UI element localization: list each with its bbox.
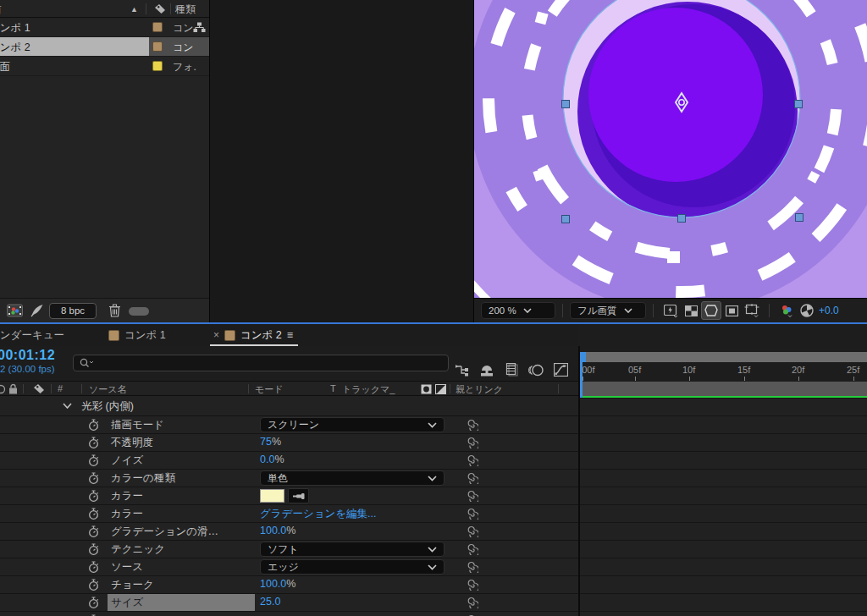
property-label[interactable]: 描画モード <box>111 418 164 432</box>
property-row[interactable]: 描画モードスクリーン <box>0 416 578 434</box>
draft-3d-icon[interactable] <box>478 361 496 378</box>
property-value[interactable]: 100.0% <box>260 525 295 536</box>
frame-blending-icon[interactable] <box>502 361 521 378</box>
label-column-icon[interactable] <box>154 3 167 14</box>
property-dropdown[interactable]: エッジ <box>260 559 445 575</box>
color-depth-button[interactable]: 8 bpc <box>49 303 97 319</box>
show-channel-icon[interactable] <box>776 301 797 320</box>
fast-preview-icon[interactable] <box>660 301 681 320</box>
property-label[interactable]: 不透明度 <box>111 436 153 450</box>
property-row[interactable]: ノイズ0.0% <box>0 452 578 470</box>
magnification-dropdown[interactable]: 200 % <box>481 302 555 319</box>
edit-gradient-link[interactable]: グラデーションを編集... <box>260 507 376 521</box>
property-label[interactable]: ソース <box>111 560 143 575</box>
disclosure-triangle-icon[interactable] <box>63 403 72 409</box>
property-label[interactable]: サイズ <box>111 596 143 610</box>
track-rows-background[interactable] <box>580 399 867 616</box>
property-value[interactable]: 25.0 <box>260 596 280 608</box>
trash-icon[interactable] <box>108 303 121 317</box>
exposure-value[interactable]: +0.0 <box>819 305 839 316</box>
column-track-matte[interactable]: トラックマ_ <box>342 383 395 396</box>
stopwatch-icon[interactable] <box>88 508 99 520</box>
property-row[interactable]: カラーグラデーションを編集... <box>0 505 578 523</box>
quill-icon[interactable] <box>30 304 44 317</box>
effect-group-label[interactable]: 光彩 (内側) <box>81 399 134 414</box>
property-label[interactable]: カラー <box>111 489 143 503</box>
mask-visibility-icon[interactable] <box>701 301 721 320</box>
work-area-bar[interactable] <box>580 352 867 362</box>
panel-menu-icon[interactable]: ≡ <box>287 329 293 341</box>
composition-mini-flowchart-icon[interactable] <box>453 361 472 378</box>
name-column-header[interactable]: 名前 <box>0 3 34 16</box>
stopwatch-icon[interactable] <box>88 419 99 432</box>
column-t[interactable]: T <box>330 383 336 393</box>
stopwatch-icon[interactable] <box>88 543 99 556</box>
property-label[interactable]: チョーク <box>111 578 154 592</box>
property-dropdown[interactable]: スクリーン <box>260 417 445 432</box>
property-value[interactable]: 75% <box>260 436 281 448</box>
region-of-interest-icon[interactable] <box>721 301 742 320</box>
project-item-comp1[interactable]: コンポ 1 コン <box>0 18 209 37</box>
color-swatch[interactable] <box>260 489 284 503</box>
pick-whip-icon[interactable] <box>467 525 478 537</box>
stopwatch-icon[interactable] <box>88 472 99 485</box>
transparency-grid-icon[interactable] <box>681 301 701 320</box>
column-source-name[interactable]: ソース名 <box>89 383 127 396</box>
column-hash[interactable]: # <box>58 383 63 393</box>
property-row[interactable]: テクニックソフト <box>0 541 578 558</box>
property-value[interactable]: 0.0% <box>260 454 284 465</box>
label-color-swatch[interactable] <box>152 61 163 71</box>
toggle-pill[interactable] <box>129 307 149 316</box>
label-color-swatch[interactable] <box>152 22 163 32</box>
stopwatch-icon[interactable] <box>88 437 99 449</box>
property-row[interactable]: チョーク100.0% <box>0 576 578 594</box>
time-ruler[interactable]: 0:00f05f10f15f20f25f <box>580 362 867 382</box>
stopwatch-icon[interactable] <box>88 579 99 591</box>
eyedropper-button[interactable] <box>288 488 309 503</box>
interpret-footage-icon[interactable] <box>7 304 23 317</box>
property-row-partial[interactable] <box>0 612 578 616</box>
resolution-dropdown[interactable]: フル画質 <box>570 302 646 319</box>
property-dropdown[interactable]: 単色 <box>260 470 445 486</box>
property-label[interactable]: カラー <box>111 507 143 521</box>
tab-comp1[interactable]: コンポ 1 <box>108 324 166 346</box>
current-time-display[interactable]: 00:01:12 <box>0 348 55 363</box>
tab-render-queue[interactable]: レンダーキュー <box>0 324 66 346</box>
column-mode[interactable]: モード <box>255 383 284 396</box>
property-dropdown[interactable]: ソフト <box>260 542 445 557</box>
label-color-swatch[interactable] <box>152 41 163 52</box>
property-label[interactable]: グラデーションの滑… <box>111 525 218 539</box>
property-row[interactable]: グラデーションの滑…100.0% <box>0 523 578 541</box>
property-row[interactable]: 不透明度75% <box>0 434 578 452</box>
property-label[interactable]: カラーの種類 <box>111 471 175 486</box>
effect-group-row[interactable]: 光彩 (内側) <box>0 396 578 416</box>
pick-whip-icon[interactable] <box>467 419 478 431</box>
sort-arrow-icon[interactable]: ▲ <box>130 5 138 14</box>
pick-whip-icon[interactable] <box>467 490 478 502</box>
pick-whip-icon[interactable] <box>467 597 478 608</box>
composition-canvas[interactable] <box>474 0 867 298</box>
stopwatch-icon[interactable] <box>88 597 99 609</box>
guides-grid-options-icon[interactable] <box>742 301 762 320</box>
property-row[interactable]: サイズ25.0 <box>0 594 578 612</box>
playhead[interactable] <box>580 352 583 399</box>
pick-whip-icon[interactable] <box>467 561 478 573</box>
stopwatch-icon[interactable] <box>88 454 99 467</box>
project-item-comp2[interactable]: コンポ 2 コン <box>0 37 209 57</box>
pick-whip-icon[interactable] <box>467 508 478 520</box>
column-parent-link[interactable]: 親とリンク <box>456 383 503 396</box>
property-value[interactable]: 100.0% <box>260 578 295 590</box>
property-row[interactable]: ソースエッジ <box>0 558 578 576</box>
pick-whip-icon[interactable] <box>467 543 478 555</box>
property-row[interactable]: カラーの種類単色 <box>0 470 578 487</box>
timeline-search-input[interactable] <box>73 355 449 371</box>
close-icon[interactable]: × <box>213 329 219 341</box>
pick-whip-icon[interactable] <box>467 454 478 466</box>
pick-whip-icon[interactable] <box>467 437 478 448</box>
tab-comp2[interactable]: × コンポ 2 ≡ <box>213 324 293 346</box>
stopwatch-icon[interactable] <box>88 525 99 538</box>
property-label[interactable]: ノイズ <box>111 454 143 468</box>
pick-whip-icon[interactable] <box>467 579 478 591</box>
graph-editor-icon[interactable] <box>551 361 570 378</box>
property-label[interactable]: テクニック <box>111 542 165 557</box>
